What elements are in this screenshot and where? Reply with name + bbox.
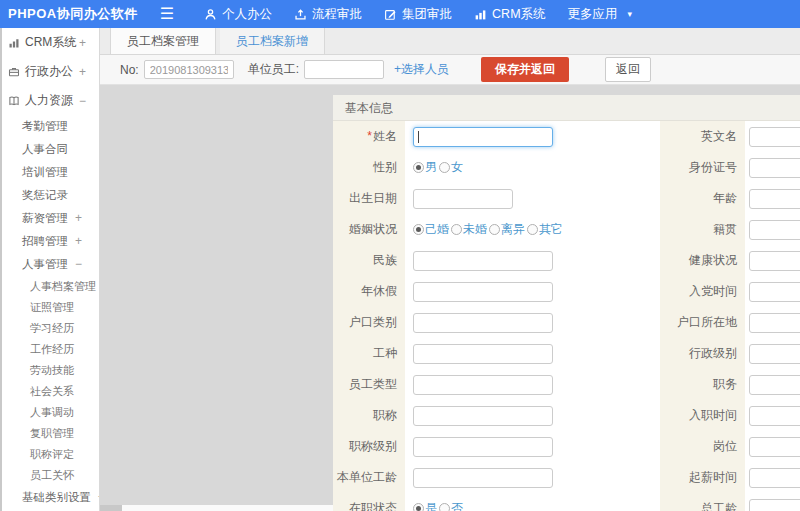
radio-icon[interactable] bbox=[489, 224, 500, 235]
save-and-return-button[interactable]: 保存并返回 bbox=[481, 57, 569, 82]
nav-personal-office[interactable]: 个人办公 bbox=[204, 6, 272, 23]
text-input[interactable] bbox=[413, 189, 513, 209]
text-input[interactable] bbox=[413, 406, 553, 426]
sidebar-item-label: 基础类别设置 bbox=[22, 491, 91, 503]
sidebar-item-员工关怀[interactable]: 员工关怀 bbox=[2, 465, 99, 486]
nav-group-approval[interactable]: 集团审批 bbox=[384, 6, 452, 23]
text-input[interactable] bbox=[413, 282, 553, 302]
sidebar-item-薪资管理[interactable]: 薪资管理+ bbox=[2, 207, 99, 230]
expand-icon[interactable]: + bbox=[79, 65, 86, 79]
sidebar-item-基础类别设置[interactable]: 基础类别设置+ bbox=[2, 486, 99, 509]
text-input[interactable] bbox=[413, 251, 553, 271]
sidebar-item-证照管理[interactable]: 证照管理 bbox=[2, 297, 99, 318]
select-person-link[interactable]: +选择人员 bbox=[394, 61, 449, 78]
field-label: 入党时间 bbox=[660, 276, 745, 307]
sidebar-item-行政办公[interactable]: 行政办公+ bbox=[2, 57, 99, 86]
tab-employee-archive-manage[interactable]: 员工档案管理 bbox=[110, 28, 216, 54]
form-row: 户口类别户口所在地 bbox=[333, 307, 800, 338]
text-input[interactable] bbox=[413, 468, 553, 488]
sidebar-item-人力资源[interactable]: 人力资源− bbox=[2, 86, 99, 115]
horizontal-scrollbar[interactable] bbox=[100, 505, 333, 511]
sidebar-item-学习经历[interactable]: 学习经历 bbox=[2, 318, 99, 339]
text-input[interactable] bbox=[749, 251, 800, 271]
sidebar-item-职称评定[interactable]: 职称评定 bbox=[2, 444, 99, 465]
sidebar-item-劳动技能[interactable]: 劳动技能 bbox=[2, 360, 99, 381]
sidebar-item-复职管理[interactable]: 复职管理 bbox=[2, 423, 99, 444]
radio-option[interactable]: 未婚 bbox=[451, 221, 487, 238]
expand-icon[interactable]: + bbox=[98, 490, 100, 504]
collapse-icon[interactable]: − bbox=[75, 257, 82, 271]
unit-employee-input[interactable] bbox=[304, 60, 384, 79]
field-label: 民族 bbox=[333, 245, 405, 276]
radio-option[interactable]: 己婚 bbox=[413, 221, 449, 238]
text-input[interactable] bbox=[749, 313, 800, 333]
radio-icon[interactable] bbox=[413, 224, 424, 235]
sidebar-item-社会关系[interactable]: 社会关系 bbox=[2, 381, 99, 402]
radio-icon[interactable] bbox=[451, 224, 462, 235]
text-input[interactable] bbox=[413, 437, 553, 457]
expand-icon[interactable]: + bbox=[75, 234, 82, 248]
input-wrap bbox=[749, 158, 800, 178]
return-button[interactable]: 返回 bbox=[605, 57, 651, 82]
book-icon bbox=[8, 95, 20, 107]
sidebar-item-CRM系统[interactable]: CRM系统+ bbox=[2, 28, 99, 57]
expand-icon[interactable]: + bbox=[75, 211, 82, 225]
radio-icon[interactable] bbox=[413, 162, 424, 173]
text-input[interactable] bbox=[749, 499, 800, 511]
text-input[interactable] bbox=[749, 406, 800, 426]
radio-option[interactable]: 离异 bbox=[489, 221, 525, 238]
radio-option-label: 其它 bbox=[539, 221, 563, 238]
radio-option[interactable]: 女 bbox=[439, 159, 463, 176]
text-input[interactable] bbox=[413, 313, 553, 333]
sidebar-item-人事管理[interactable]: 人事管理− bbox=[2, 253, 99, 276]
text-input[interactable] bbox=[749, 375, 800, 395]
field-label: 本单位工龄 bbox=[333, 462, 405, 493]
radio-group: 是否 bbox=[413, 500, 465, 511]
text-input[interactable] bbox=[749, 220, 800, 240]
radio-icon[interactable] bbox=[439, 162, 450, 173]
expand-icon[interactable]: + bbox=[79, 36, 86, 50]
hamburger-menu-icon[interactable]: ☰ bbox=[160, 0, 174, 28]
radio-option-label: 女 bbox=[451, 159, 463, 176]
sidebar-item-奖惩记录[interactable]: 奖惩记录 bbox=[2, 184, 99, 207]
text-input[interactable] bbox=[413, 127, 553, 147]
sidebar-item-人事合同[interactable]: 人事合同 bbox=[2, 138, 99, 161]
text-input[interactable] bbox=[749, 189, 800, 209]
field-cell bbox=[745, 462, 800, 493]
text-input[interactable] bbox=[749, 282, 800, 302]
sidebar-item-培训管理[interactable]: 培训管理 bbox=[2, 161, 99, 184]
sidebar-item-工作经历[interactable]: 工作经历 bbox=[2, 339, 99, 360]
input-wrap bbox=[413, 127, 553, 147]
text-input[interactable] bbox=[749, 127, 800, 147]
radio-option[interactable]: 其它 bbox=[527, 221, 563, 238]
radio-icon[interactable] bbox=[439, 503, 450, 511]
collapse-icon[interactable]: − bbox=[79, 94, 86, 108]
input-wrap bbox=[413, 468, 553, 488]
field-cell bbox=[405, 338, 660, 369]
tab-employee-archive-new[interactable]: 员工档案新增 bbox=[220, 28, 325, 54]
sidebar-item-招聘管理[interactable]: 招聘管理+ bbox=[2, 230, 99, 253]
nav-process-approval[interactable]: 流程审批 bbox=[294, 6, 362, 23]
radio-option[interactable]: 是 bbox=[413, 500, 437, 511]
radio-option[interactable]: 否 bbox=[439, 500, 463, 511]
text-input[interactable] bbox=[749, 344, 800, 364]
text-input[interactable] bbox=[413, 375, 553, 395]
nav-crm-system[interactable]: CRM系统 bbox=[474, 6, 545, 23]
sidebar-item-label: 培训管理 bbox=[22, 166, 68, 178]
text-input[interactable] bbox=[749, 158, 800, 178]
text-input[interactable] bbox=[749, 437, 800, 457]
sidebar-item-label: 考勤管理 bbox=[22, 120, 68, 132]
nav-more-apps[interactable]: 更多应用▾ bbox=[568, 6, 633, 23]
sidebar-item-人事档案管理[interactable]: 人事档案管理 bbox=[2, 276, 99, 297]
radio-option[interactable]: 男 bbox=[413, 159, 437, 176]
text-input[interactable] bbox=[413, 344, 553, 364]
horizontal-scrollbar-thumb[interactable] bbox=[100, 505, 122, 511]
no-input[interactable] bbox=[144, 60, 234, 79]
text-input[interactable] bbox=[749, 468, 800, 488]
sidebar-item-label: 证照管理 bbox=[30, 301, 74, 313]
sidebar-item-人事调动[interactable]: 人事调动 bbox=[2, 402, 99, 423]
field-label: 年休假 bbox=[333, 276, 405, 307]
radio-icon[interactable] bbox=[527, 224, 538, 235]
sidebar-item-考勤管理[interactable]: 考勤管理 bbox=[2, 115, 99, 138]
radio-icon[interactable] bbox=[413, 503, 424, 511]
